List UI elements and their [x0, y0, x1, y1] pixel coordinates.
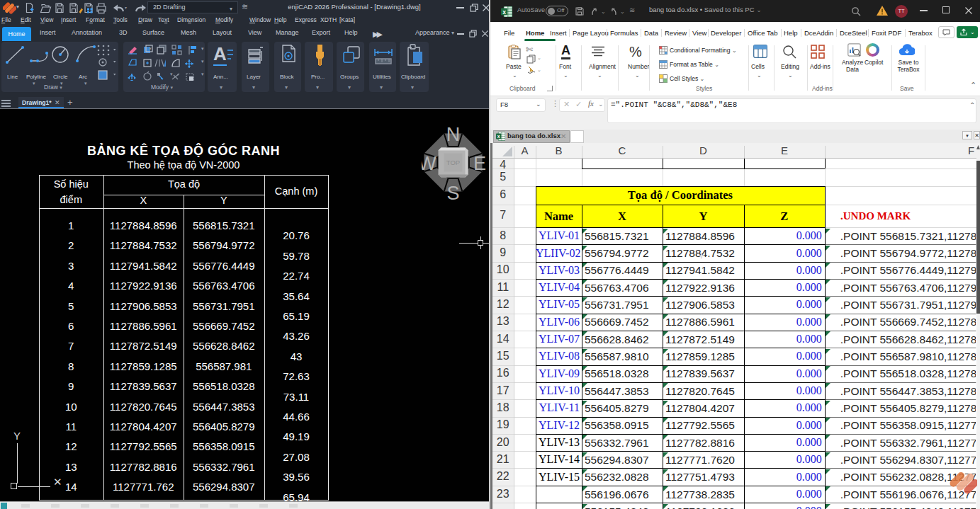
svg-text:N: N	[446, 124, 461, 145]
svg-text:x: x	[497, 134, 500, 139]
svg-text:TOP: TOP	[446, 159, 460, 166]
svg-text:E: E	[473, 153, 486, 174]
svg-text:x: x	[502, 8, 506, 16]
svg-text:S: S	[446, 183, 459, 202]
svg-text:▾: ▾	[125, 6, 127, 10]
svg-text:W: W	[422, 153, 437, 174]
